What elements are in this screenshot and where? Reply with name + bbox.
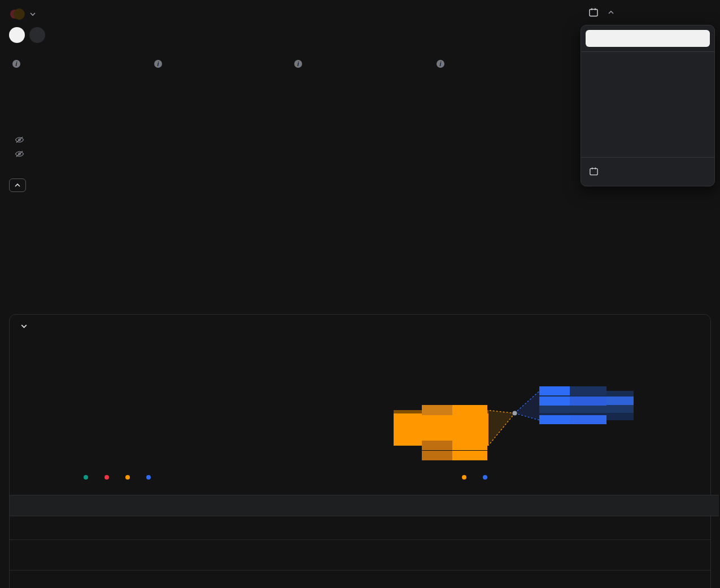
view-tabs <box>9 27 45 43</box>
tab-list-of-trades[interactable] <box>29 27 45 43</box>
calendar-icon <box>589 167 599 176</box>
legend-strategy <box>483 475 491 480</box>
menu-item-last-365-days[interactable] <box>581 116 714 134</box>
benchmark-origin-dot <box>513 411 517 416</box>
strategy-current-chip <box>539 397 606 406</box>
buy-hold-max-chip <box>422 405 487 415</box>
chip-value <box>570 397 606 406</box>
chip-label <box>422 405 452 415</box>
chip-label <box>422 451 452 460</box>
info-icon[interactable]: i <box>294 60 302 68</box>
stat-total-trades: i <box>291 60 302 73</box>
info-icon[interactable]: i <box>437 60 444 68</box>
strategy-tester-panel: i i i i <box>0 0 720 588</box>
equity-chart-canvas <box>9 119 674 284</box>
eye-off-icon <box>15 136 24 144</box>
table-divider <box>10 570 710 570</box>
chip-label <box>539 397 570 406</box>
bitcoin-icon <box>14 8 25 20</box>
calendar-icon <box>588 7 599 18</box>
chip-label <box>539 415 570 424</box>
buy-hold-min-chip <box>422 451 487 460</box>
menu-item-last-7-days[interactable] <box>581 62 714 80</box>
chevron-up-icon <box>14 183 21 188</box>
row-initial-capital-value <box>172 551 285 560</box>
benchmark-connector <box>486 384 542 452</box>
date-range-menu <box>581 25 715 186</box>
profit-structure-legend <box>84 475 155 480</box>
strategy-min-chip <box>539 415 606 424</box>
performance-card <box>9 314 711 588</box>
equity-x-axis <box>9 288 674 298</box>
chip-label <box>539 386 570 395</box>
legend-dot <box>462 475 466 480</box>
legend-commission <box>125 475 134 480</box>
row-open-pnl-value <box>172 577 285 586</box>
legend-dot <box>104 475 109 480</box>
eye-off-icon <box>15 150 24 158</box>
returns-section-header <box>10 495 719 516</box>
info-icon[interactable]: i <box>12 60 20 68</box>
date-range-control[interactable] <box>588 7 614 18</box>
menu-item-last-90-days[interactable] <box>581 98 714 116</box>
legend-buy-hold <box>462 475 470 480</box>
stat-total-pnl: i <box>9 60 20 73</box>
info-icon[interactable]: i <box>154 60 162 68</box>
menu-divider <box>581 51 714 52</box>
chip-value <box>452 405 487 415</box>
series-toggle-trades-excursions[interactable] <box>9 150 29 158</box>
menu-item-entire-history[interactable] <box>581 134 714 153</box>
series-toggle-buy-hold[interactable] <box>9 136 29 144</box>
legend-dot <box>125 475 130 480</box>
menu-divider <box>581 157 714 158</box>
stat-max-drawdown: i <box>151 60 162 73</box>
performance-section-header[interactable] <box>20 324 36 329</box>
menu-item-range-from-chart[interactable] <box>586 30 710 47</box>
legend-total-loss <box>104 475 113 480</box>
strategy-max-chip <box>539 386 606 395</box>
legend-dot <box>483 475 487 480</box>
legend-dot <box>84 475 88 480</box>
chip-value <box>452 441 487 450</box>
chip-value <box>452 451 487 460</box>
legend-dot <box>146 475 151 480</box>
chevron-up-icon <box>608 10 614 15</box>
stat-profitable-trades: i <box>433 60 444 73</box>
strategy-header <box>9 8 36 20</box>
collapse-chart-button[interactable] <box>9 178 26 192</box>
chip-label <box>422 441 452 450</box>
chevron-down-icon <box>20 324 28 329</box>
menu-item-custom-date-range[interactable] <box>581 162 714 180</box>
chevron-down-icon[interactable] <box>29 12 36 16</box>
table-divider <box>10 539 710 540</box>
benchmarking-legend <box>462 475 491 480</box>
chip-value <box>570 386 606 395</box>
strategy-coin-badge <box>14 8 25 20</box>
buy-hold-current-chip <box>422 441 487 450</box>
legend-total-profit <box>84 475 92 480</box>
menu-item-last-30-days[interactable] <box>581 80 714 98</box>
chip-value <box>570 415 606 424</box>
menu-group-label <box>581 56 714 62</box>
tab-metrics[interactable] <box>9 27 25 43</box>
legend-total-pnl <box>146 475 155 480</box>
